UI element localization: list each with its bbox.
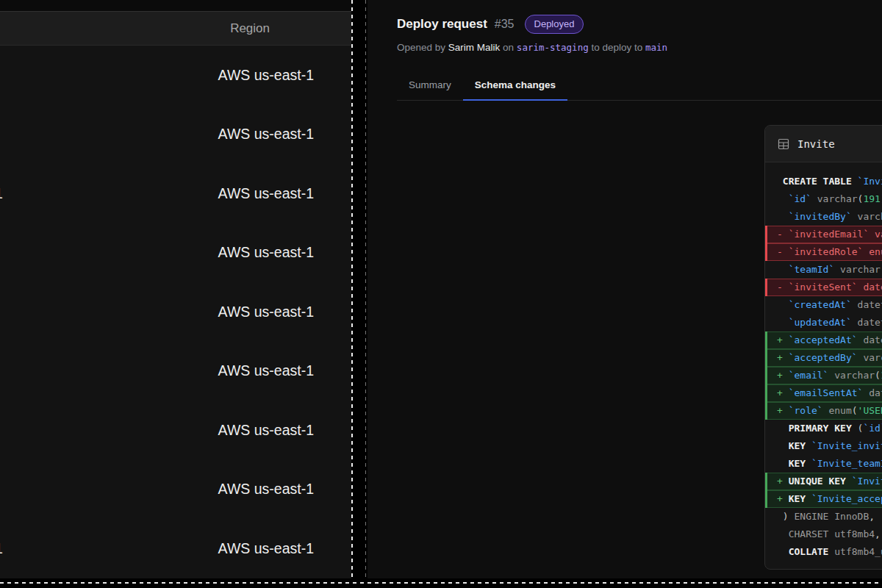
code-line-11: + `acceptedBy` varchar(191), xyxy=(765,349,882,367)
author-name: Sarim Malik xyxy=(448,42,501,53)
code-line-6: `teamId` varchar(191) NOT NULL, xyxy=(765,261,882,279)
code-line-21: CHARSET utf8mb4, xyxy=(765,526,882,543)
deploy-request-panel: Deploy request #35 Deployed Opened by Sa… xyxy=(368,0,882,588)
region-cell: AWS us-east-1 xyxy=(218,422,314,439)
vertical-dashed-divider xyxy=(351,0,353,588)
code-line-17: KEY `Invite_teamId_idx` (`teamId`), xyxy=(765,455,882,473)
code-line-15: PRIMARY KEY (`id`), xyxy=(765,420,882,437)
table-row[interactable]: AWS us-east-1 xyxy=(0,460,351,520)
region-rows: AWS us-east-1AWS us-east-11AWS us-east-1… xyxy=(0,46,351,578)
branches-table-panel: Region AWS us-east-1AWS us-east-11AWS us… xyxy=(0,0,351,588)
tab-schema-changes[interactable]: Schema changes xyxy=(463,73,567,100)
table-row[interactable]: 1AWS us-east-1 xyxy=(0,164,351,223)
sql-diff-code: CREATE TABLE `Invite` ( `id` varchar(191… xyxy=(765,162,882,570)
panel-gutter xyxy=(351,0,368,588)
vertical-dotted-divider xyxy=(365,0,366,588)
table-name-label: Invite xyxy=(797,138,835,150)
table-row[interactable]: AWS us-east-1 xyxy=(0,223,351,283)
tab-bar: SummarySchema changes xyxy=(397,73,882,101)
table-row[interactable]: AWS us-east-1 xyxy=(0,401,351,460)
deploy-request-number: #35 xyxy=(495,18,514,31)
schema-diff-card: Invite CREATE TABLE `Invite` ( `id` varc… xyxy=(764,125,882,570)
code-line-10: + `acceptedAt` datetime(3), xyxy=(765,331,882,349)
region-cell: AWS us-east-1 xyxy=(218,185,314,202)
code-line-5: - `invitedRole` enum('USER', 'ADMIN') NO… xyxy=(765,243,882,261)
code-line-14: + `role` enum('USER', 'ADMIN') NOT NULL … xyxy=(765,402,882,420)
opened-on: on xyxy=(500,42,517,53)
schema-card-header: Invite xyxy=(765,126,882,162)
code-line-20: ) ENGINE InnoDB, xyxy=(765,508,882,526)
table-row[interactable]: AWS us-east-1 xyxy=(0,282,351,342)
code-line-13: + `emailSentAt` datetime(3), xyxy=(765,384,882,402)
cropped-cell-fragment: 1 xyxy=(0,540,3,557)
bottom-crop-strip xyxy=(0,578,882,588)
opened-by-line: Opened by Sarim Malik on sarim-staging t… xyxy=(397,42,882,53)
code-line-1: CREATE TABLE `Invite` ( xyxy=(765,173,882,190)
region-cell: AWS us-east-1 xyxy=(218,126,314,143)
opened-prefix: Opened by xyxy=(397,42,448,53)
region-cell: AWS us-east-1 xyxy=(218,540,314,557)
tab-summary[interactable]: Summary xyxy=(397,73,463,100)
table-row[interactable]: AWS us-east-1 xyxy=(0,105,351,165)
table-top-spacer xyxy=(0,0,351,11)
code-line-2: `id` varchar(191) NOT NULL, xyxy=(765,190,882,208)
code-line-3: `invitedBy` varchar(191) NOT NULL, xyxy=(765,208,882,226)
table-icon xyxy=(778,138,789,150)
opened-middle: to deploy to xyxy=(589,42,645,53)
code-line-18: + UNIQUE KEY `Invite_email_teamId_key` (… xyxy=(765,473,882,490)
region-cell: AWS us-east-1 xyxy=(218,481,314,498)
title-row: Deploy request #35 Deployed xyxy=(397,15,882,34)
code-line-9: `updatedAt` datetime(3) NOT NULL, xyxy=(765,314,882,331)
table-row[interactable]: 1AWS us-east-1 xyxy=(0,519,351,578)
code-line-12: + `email` varchar(191) NOT NULL, xyxy=(765,367,882,384)
region-cell: AWS us-east-1 xyxy=(218,67,314,84)
target-branch-link[interactable]: main xyxy=(645,42,667,53)
region-cell: AWS us-east-1 xyxy=(218,304,314,320)
source-branch-link[interactable]: sarim-staging xyxy=(517,42,589,53)
code-line-19: + KEY `Invite_acceptedBy_idx` (`accepted… xyxy=(765,490,882,508)
region-cell: AWS us-east-1 xyxy=(218,244,314,261)
region-header-label: Region xyxy=(230,21,270,36)
page-title: Deploy request xyxy=(397,17,487,32)
cropped-cell-fragment: 1 xyxy=(0,185,3,202)
app-window: Region AWS us-east-1AWS us-east-11AWS us… xyxy=(0,0,882,588)
code-line-8: `createdAt` datetime(3) NOT NULL DEFAULT… xyxy=(765,296,882,314)
code-line-4: - `invitedEmail` varchar(191) NOT NULL, xyxy=(765,226,882,243)
region-cell: AWS us-east-1 xyxy=(218,362,314,379)
table-row[interactable]: AWS us-east-1 xyxy=(0,46,351,105)
code-line-22: COLLATE utf8mb4_unicode_ci; xyxy=(765,543,882,561)
code-line-7: - `inviteSent` datetime(3), xyxy=(765,279,882,296)
horizontal-dashed-divider xyxy=(0,582,882,584)
code-line-16: KEY `Invite_invitedBy_idx` (`invitedBy`)… xyxy=(765,437,882,455)
status-badge: Deployed xyxy=(525,15,584,34)
table-row[interactable]: AWS us-east-1 xyxy=(0,342,351,401)
region-column-header: Region xyxy=(0,11,351,46)
deploy-request-header: Deploy request #35 Deployed Opened by Sa… xyxy=(368,0,882,53)
